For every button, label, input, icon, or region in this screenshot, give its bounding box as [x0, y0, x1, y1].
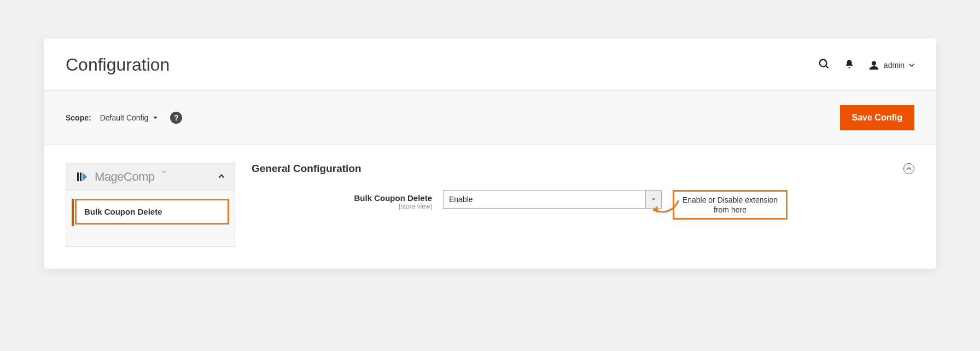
- bell-icon[interactable]: [844, 59, 854, 71]
- save-config-button[interactable]: Save Config: [840, 105, 914, 130]
- svg-point-2: [872, 61, 876, 65]
- select-value: Enable: [443, 190, 662, 209]
- field-label: Bulk Coupon Delete: [306, 193, 432, 203]
- magecomp-logo-icon: [76, 170, 89, 183]
- page-title: Configuration: [66, 55, 818, 75]
- sidebar-group-magecomp[interactable]: MageComp™: [66, 163, 235, 191]
- field-bulk-coupon-delete: Bulk Coupon Delete [store view] Enable: [252, 190, 914, 220]
- sidebar-item-bulk-coupon-delete[interactable]: Bulk Coupon Delete: [75, 199, 229, 225]
- field-label-box: Bulk Coupon Delete [store view]: [306, 190, 432, 210]
- sidebar-group-label: MageComp: [95, 170, 155, 184]
- field-scope-hint: [store view]: [306, 203, 432, 210]
- config-panel: Configuration admin Scope: Default Confi…: [44, 38, 936, 269]
- section-header[interactable]: General Configuration: [252, 163, 914, 190]
- scope-value-text: Default Config: [100, 113, 149, 122]
- scope-label: Scope:: [66, 113, 91, 122]
- enable-select[interactable]: Enable: [443, 190, 662, 209]
- user-icon: [868, 60, 879, 71]
- header-actions: admin: [818, 58, 914, 72]
- scope-toolbar: Scope: Default Config ? Save Config: [44, 90, 936, 145]
- select-dropdown-button[interactable]: [645, 190, 662, 209]
- annotation-callout: Enable or Disable extension from here: [673, 190, 788, 220]
- user-name-label: admin: [884, 61, 905, 70]
- chevron-down-icon: [651, 197, 656, 202]
- sidebar-submenu: Bulk Coupon Delete: [66, 191, 235, 247]
- page-header: Configuration admin: [44, 55, 936, 90]
- svg-point-0: [820, 59, 827, 66]
- config-sidebar: MageComp™ Bulk Coupon Delete: [66, 163, 235, 247]
- user-menu[interactable]: admin: [868, 60, 914, 71]
- chevron-up-icon: [218, 172, 225, 182]
- active-indicator: [72, 199, 74, 226]
- main-config-area: General Configuration Bulk Coupon Delete…: [252, 163, 914, 247]
- chevron-down-icon: [909, 62, 914, 68]
- svg-rect-4: [80, 172, 81, 181]
- section-title: General Configuration: [252, 163, 903, 175]
- scope-selector[interactable]: Default Config: [100, 113, 159, 122]
- search-icon[interactable]: [818, 58, 830, 72]
- help-icon[interactable]: ?: [170, 112, 182, 124]
- svg-rect-3: [77, 172, 79, 181]
- collapse-icon[interactable]: [903, 163, 914, 174]
- chevron-down-icon: [153, 115, 158, 120]
- trademark-icon: ™: [161, 170, 167, 176]
- svg-line-1: [826, 65, 829, 68]
- content-area: MageComp™ Bulk Coupon Delete General Con…: [44, 145, 936, 247]
